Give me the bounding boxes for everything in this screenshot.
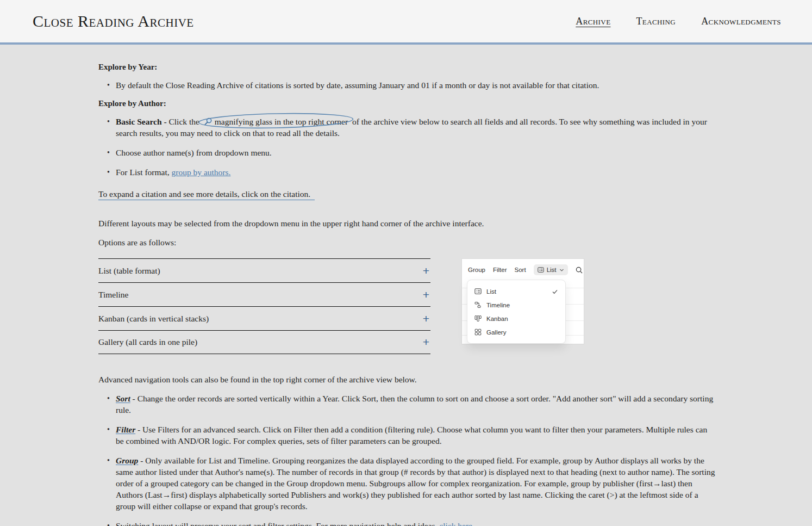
search-icon [576, 267, 583, 274]
layouts-intro: Different layouts may be selected from t… [98, 218, 718, 229]
accordion-item-timeline[interactable]: Timeline + [98, 282, 430, 306]
sort-desc: - Change the order records are sorted ve… [116, 394, 713, 414]
list-item: Sort - Change the order records are sort… [116, 393, 716, 416]
group-desc: - Only available for List and Timeline. … [116, 456, 715, 511]
advanced-tools-list: Sort - Change the order records are sort… [116, 393, 723, 526]
accordion-label: Timeline [98, 290, 128, 300]
layout-accordion: List (table format) + Timeline + Kanban … [98, 258, 430, 354]
nav-item-teaching[interactable]: Teaching [636, 16, 676, 27]
sort-menu-button: Sort [515, 267, 526, 273]
site-header: Close Reading Archive Archive Teaching A… [0, 0, 812, 45]
menu-item-label: Gallery [486, 329, 506, 336]
basic-search-pre: Click the [167, 117, 199, 126]
explore-by-year-heading: Explore by Year: [98, 63, 723, 72]
explore-by-year-bullet-text: By default the Close Reading Archive of … [116, 81, 599, 90]
advanced-tools-intro: Advanced navigation tools can also be fo… [98, 374, 718, 385]
circled-phrase: magnifying glass in the top right corner [202, 116, 350, 127]
list-item: Switching layout will preserve your sort… [116, 520, 716, 526]
page-content: Explore by Year: By default the Close Re… [0, 45, 723, 526]
filter-menu-button: Filter [493, 267, 507, 273]
list-item: For List format, group by authors. [116, 166, 716, 178]
list-item: Group - Only available for List and Time… [116, 455, 716, 512]
check-icon [552, 288, 558, 295]
menu-item-gallery: Gallery [467, 325, 565, 339]
accordion-item-list[interactable]: List (table format) + [98, 258, 430, 282]
click-here-link[interactable]: click here [439, 521, 472, 526]
list-item: Choose author name(s) from dropdown menu… [116, 147, 716, 158]
accordion-item-kanban[interactable]: Kanban (cards in vertical stacks) + [98, 306, 430, 330]
group-by-authors-link[interactable]: group by authors. [171, 168, 230, 177]
sort-term-link[interactable]: Sort [116, 394, 130, 403]
nav-item-archive[interactable]: Archive [576, 16, 610, 27]
basic-search-term: Basic Search - [116, 117, 167, 126]
menu-item-timeline: Timeline [467, 298, 565, 312]
filter-desc: - Use Filters for an advanced search. Cl… [116, 425, 707, 445]
layouts-section: List (table format) + Timeline + Kanban … [98, 258, 723, 354]
site-title: Close Reading Archive [33, 12, 194, 30]
layout-dropdown-screenshot: Group Filter Sort List List Ti [461, 258, 584, 344]
view-selector-label: List [547, 267, 557, 273]
list-item: Filter - Use Filters for an advanced sea… [116, 424, 716, 447]
list-view-icon [474, 288, 482, 295]
menu-item-label: Kanban [486, 315, 508, 322]
view-dropdown-menu: List Timeline Kanban Gallery [467, 280, 566, 344]
shot-toolbar: Group Filter Sort List [462, 259, 584, 281]
list-item: By default the Close Reading Archive of … [116, 79, 716, 91]
accordion-label: Gallery (all cards in one pile) [98, 337, 197, 347]
group-menu-button: Group [468, 267, 485, 273]
options-label: Options are as follows: [98, 237, 718, 248]
list-view-icon [538, 267, 544, 273]
gallery-view-icon [474, 329, 482, 336]
explore-by-year-list: By default the Close Reading Archive of … [116, 79, 723, 91]
chevron-down-icon [559, 268, 564, 273]
basic-search-circled-text: magnifying glass in the top right corner [215, 117, 348, 126]
group-term-link[interactable]: Group [116, 456, 138, 465]
main-nav: Archive Teaching Acknowledgments [576, 16, 781, 27]
nav-item-acknowledgments[interactable]: Acknowledgments [701, 16, 781, 27]
menu-item-label: List [486, 288, 496, 295]
accordion-label: Kanban (cards in vertical stacks) [98, 314, 209, 324]
explore-by-author-heading: Explore by Author: [98, 99, 723, 108]
plus-icon[interactable]: + [423, 336, 430, 349]
list-format-pre: For List format, [116, 168, 171, 177]
kanban-view-icon [474, 315, 482, 322]
dropdown-bullet-text: Choose author name(s) from dropdown menu… [116, 148, 272, 157]
plus-icon[interactable]: + [423, 288, 430, 301]
switching-post: . [472, 521, 474, 526]
expand-citation-note: To expand a citation and see more detail… [98, 189, 315, 200]
menu-item-list: List [467, 284, 565, 298]
filter-term-link[interactable]: Filter [116, 425, 135, 434]
magnifying-glass-icon [204, 117, 213, 126]
plus-icon[interactable]: + [423, 264, 430, 277]
plus-icon[interactable]: + [423, 312, 430, 325]
list-item: Basic Search - Click the magnifying glas… [116, 116, 716, 139]
explore-by-author-list: Basic Search - Click the magnifying glas… [116, 116, 723, 178]
menu-item-label: Timeline [486, 302, 510, 308]
accordion-item-gallery[interactable]: Gallery (all cards in one pile) + [98, 330, 430, 354]
menu-item-kanban: Kanban [467, 312, 565, 325]
accordion-label: List (table format) [98, 266, 160, 276]
view-selector-button: List [534, 264, 568, 275]
switching-pre: Switching layout will preserve your sort… [116, 521, 439, 526]
timeline-view-icon [474, 301, 482, 308]
